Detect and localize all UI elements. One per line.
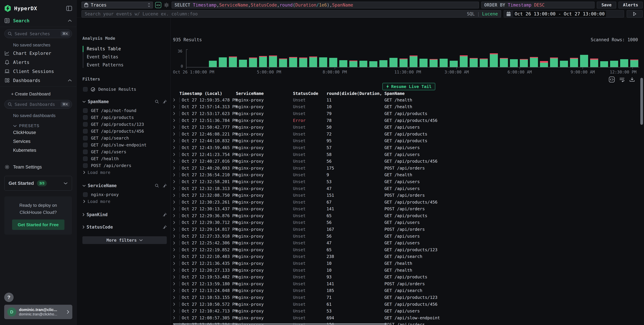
analysis-mode-event-deltas[interactable]: Event Deltas	[87, 53, 167, 61]
histogram-bar[interactable]	[450, 49, 458, 67]
save-button[interactable]: Save	[597, 2, 616, 8]
histogram-bar[interactable]	[580, 49, 588, 67]
table-row[interactable]: Oct 27 12:13:59.180 PMnginx-proxyUnset14…	[173, 280, 641, 287]
column-header-servicename[interactable]: ServiceName	[236, 91, 293, 96]
row-expand-chevron-icon[interactable]	[173, 289, 179, 292]
checkbox[interactable]	[83, 129, 88, 133]
table-row[interactable]: Oct 27 12:50:42.777 PMnginx-proxyUnset50…	[173, 124, 641, 131]
row-expand-chevron-icon[interactable]	[173, 303, 179, 306]
row-expand-chevron-icon[interactable]	[173, 160, 179, 163]
pin-icon[interactable]	[162, 183, 167, 188]
filter-checkbox-item[interactable]: GET /api/products	[82, 114, 167, 121]
histogram-bar[interactable]	[239, 49, 247, 67]
view-source-icon[interactable]	[609, 76, 615, 82]
column-header-spanname[interactable]: SpanName	[384, 91, 641, 96]
row-expand-chevron-icon[interactable]	[173, 180, 179, 183]
table-row[interactable]: Oct 27 12:51:36.784 PMnginx-proxyError78…	[173, 117, 641, 124]
denoise-checkbox[interactable]	[83, 87, 88, 92]
table-row[interactable]: Oct 27 12:57:14.313 PMnginx-proxyUnset10…	[173, 103, 641, 110]
row-expand-chevron-icon[interactable]	[173, 296, 179, 299]
histogram-bar[interactable]	[279, 49, 287, 67]
user-menu[interactable]: D dominic.tran@clic... dominic.tran@clic…	[4, 305, 72, 319]
date-range-picker[interactable]: Oct 26 13:00:00 - Oct 27 13:00:00	[504, 10, 624, 17]
table-row[interactable]: Oct 27 12:32:18.313 PMnginx-proxyUnset47…	[173, 185, 641, 192]
histogram-bar[interactable]	[309, 49, 317, 67]
toggle-sql[interactable]: SQL	[467, 11, 475, 16]
table-row[interactable]: Oct 27 12:40:27.016 PMnginx-proxyUnset56…	[173, 158, 641, 165]
table-row[interactable]: Oct 27 12:30:13.437 PMnginx-proxyUnset14…	[173, 206, 641, 213]
load-more-button[interactable]: Load more	[82, 198, 167, 205]
checkbox[interactable]	[83, 192, 88, 197]
denoise-results-toggle[interactable]: Denoise Results	[82, 87, 167, 92]
query-settings-gear-icon[interactable]	[164, 2, 169, 8]
row-expand-chevron-icon[interactable]	[173, 255, 179, 258]
table-row[interactable]: Oct 27 12:36:54.210 PMnginx-proxyUnset9G…	[173, 172, 641, 178]
histogram-bar[interactable]	[570, 49, 578, 67]
histogram-bar[interactable]	[410, 49, 418, 67]
histogram-bar[interactable]	[380, 49, 388, 67]
presets-toggle[interactable]: PRESETS	[0, 119, 76, 128]
search-icon[interactable]	[155, 99, 159, 104]
vertical-scrollbar[interactable]	[640, 78, 643, 125]
sidebar-item-dashboards[interactable]: Dashboards	[0, 76, 76, 85]
histogram-bar[interactable]	[319, 49, 327, 67]
sidebar-item-chart-explorer[interactable]: Chart Explorer	[0, 49, 76, 58]
row-expand-chevron-icon[interactable]	[173, 153, 179, 156]
row-expand-chevron-icon[interactable]	[173, 132, 179, 136]
row-expand-chevron-icon[interactable]	[173, 119, 179, 122]
filter-checkbox-item[interactable]: GET /api/users	[82, 148, 167, 155]
create-dashboard-button[interactable]: + Create Dashboard	[0, 88, 76, 98]
run-query-button[interactable]	[627, 10, 643, 17]
histogram-bar[interactable]	[540, 49, 548, 67]
search-icon[interactable]	[155, 183, 159, 188]
checkbox[interactable]	[83, 108, 88, 113]
column-header-timestamp[interactable]: Timestamp (Local)	[179, 91, 236, 96]
histogram-bar[interactable]	[299, 49, 307, 67]
histogram-bar[interactable]	[360, 49, 368, 67]
row-expand-chevron-icon[interactable]	[173, 282, 179, 286]
table-row[interactable]: Oct 27 12:22:19.852 PMnginx-proxyUnset65…	[173, 246, 641, 253]
row-expand-chevron-icon[interactable]	[173, 139, 179, 143]
table-row[interactable]: Oct 27 12:20:27.133 PMnginx-proxyUnset10…	[173, 267, 641, 274]
table-row[interactable]: Oct 27 12:46:08.221 PMnginx-proxyUnset72…	[173, 131, 641, 137]
sidebar-item-alerts[interactable]: Alerts	[0, 58, 76, 67]
table-row[interactable]: Oct 27 12:43:59.465 PMnginx-proxyUnset57…	[173, 144, 641, 151]
table-row[interactable]: Oct 27 12:08:57.305 PMnginx-proxyUnset69…	[173, 315, 641, 321]
wrap-text-icon[interactable]	[619, 77, 625, 82]
preset-clickhouse[interactable]: ClickHouse	[0, 128, 76, 137]
filter-checkbox-item[interactable]: GET /api/slow-endpoint	[82, 142, 167, 148]
filter-group-header-spanname[interactable]: SpanName	[82, 99, 167, 104]
sidebar-item-search[interactable]: Search	[0, 16, 76, 25]
row-expand-chevron-icon[interactable]	[173, 316, 179, 320]
table-row[interactable]: Oct 27 12:44:10.832 PMnginx-proxyUnset95…	[173, 137, 641, 144]
row-expand-chevron-icon[interactable]	[173, 214, 179, 217]
checkbox[interactable]	[83, 136, 88, 140]
histogram-bar[interactable]	[520, 49, 528, 67]
table-row[interactable]: Oct 27 12:32:08.750 PMnginx-proxyUnset15…	[173, 192, 641, 199]
row-expand-chevron-icon[interactable]	[173, 105, 179, 108]
row-expand-chevron-icon[interactable]	[173, 194, 179, 197]
histogram-bar[interactable]	[480, 49, 488, 67]
row-expand-chevron-icon[interactable]	[173, 262, 179, 265]
event-search-input[interactable]: Search your events w/ Lucene ex. column:…	[82, 10, 501, 17]
pin-icon[interactable]	[162, 225, 167, 229]
histogram-bar[interactable]	[259, 49, 267, 67]
sidebar-collapse-icon[interactable]	[66, 6, 72, 11]
pin-icon[interactable]	[162, 99, 167, 104]
row-expand-chevron-icon[interactable]	[173, 98, 179, 102]
row-expand-chevron-icon[interactable]	[173, 207, 179, 211]
histogram-bar[interactable]	[289, 49, 297, 67]
help-button[interactable]: ?	[4, 293, 14, 302]
histogram-bar[interactable]	[329, 49, 337, 67]
table-row[interactable]: Oct 27 12:59:35.478 PMnginx-proxyUnset11…	[173, 97, 641, 103]
histogram-bar[interactable]	[249, 49, 257, 67]
filter-checkbox-item[interactable]: GET /api/not-found	[82, 107, 167, 114]
checkbox[interactable]	[83, 115, 88, 120]
table-row[interactable]: Oct 27 12:21:36.435 PMnginx-proxyUnset10…	[173, 260, 641, 267]
filter-checkbox-item[interactable]: POST /api/orders	[82, 162, 167, 169]
table-row[interactable]: Oct 27 12:27:33.918 PMnginx-proxyUnset56…	[173, 233, 641, 240]
histogram-bar[interactable]	[500, 49, 508, 67]
load-more-button[interactable]: Load more	[82, 169, 167, 176]
table-row[interactable]: Oct 27 12:29:14.817 PMnginx-proxyUnset16…	[173, 226, 641, 233]
filter-group-header-statuscode[interactable]: StatusCode	[82, 225, 167, 230]
